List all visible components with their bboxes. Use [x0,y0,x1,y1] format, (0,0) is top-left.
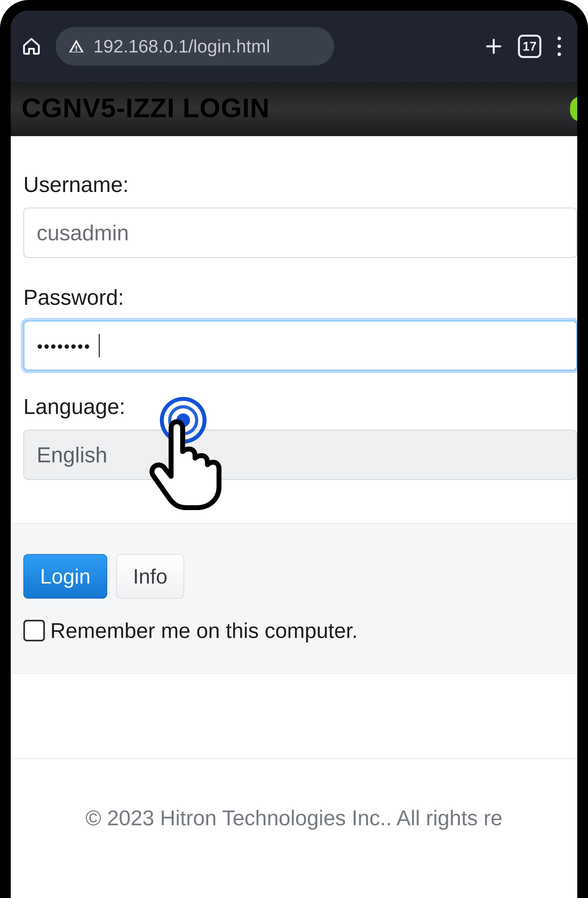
username-label: Username: [23,172,577,197]
device-frame: 192.168.0.1/login.html 17 CGNV5-IZZI LOG… [0,0,588,898]
new-tab-icon[interactable] [484,37,503,56]
footer: © 2023 Hitron Technologies Inc.. All rig… [11,759,577,830]
button-row: Login Info [23,554,577,599]
actions-band: Login Info Remember me on this computer. [11,523,577,674]
header-accent [570,97,577,121]
text-caret [99,334,100,357]
login-button[interactable]: Login [23,554,107,599]
home-icon[interactable] [22,37,41,56]
screen: 192.168.0.1/login.html 17 CGNV5-IZZI LOG… [11,11,577,898]
language-label: Language: [23,394,577,419]
browser-chrome: 192.168.0.1/login.html 17 [11,11,577,82]
insecure-warning-icon [68,38,85,54]
password-input[interactable] [23,320,577,371]
copyright-text: © 2023 Hitron Technologies Inc.. All rig… [86,806,502,830]
password-label: Password: [23,285,577,310]
remember-row: Remember me on this computer. [23,618,577,643]
username-input[interactable] [23,208,577,258]
content-spacer [11,674,577,758]
url-text: 192.168.0.1/login.html [93,36,270,57]
page-title: CGNV5-IZZI LOGIN [22,92,566,123]
language-value: English [37,442,108,467]
remember-checkbox[interactable] [23,620,45,641]
page-header-band: CGNV5-IZZI LOGIN [11,82,577,136]
language-select[interactable]: English [23,430,577,480]
login-form: Username: Password: Language: English [11,136,577,523]
remember-label: Remember me on this computer. [50,618,358,643]
address-bar[interactable]: 192.168.0.1/login.html [56,27,334,66]
tab-count: 17 [523,39,537,54]
overflow-menu-icon[interactable] [556,37,563,56]
info-button[interactable]: Info [116,554,184,599]
tabs-button[interactable]: 17 [518,35,541,58]
